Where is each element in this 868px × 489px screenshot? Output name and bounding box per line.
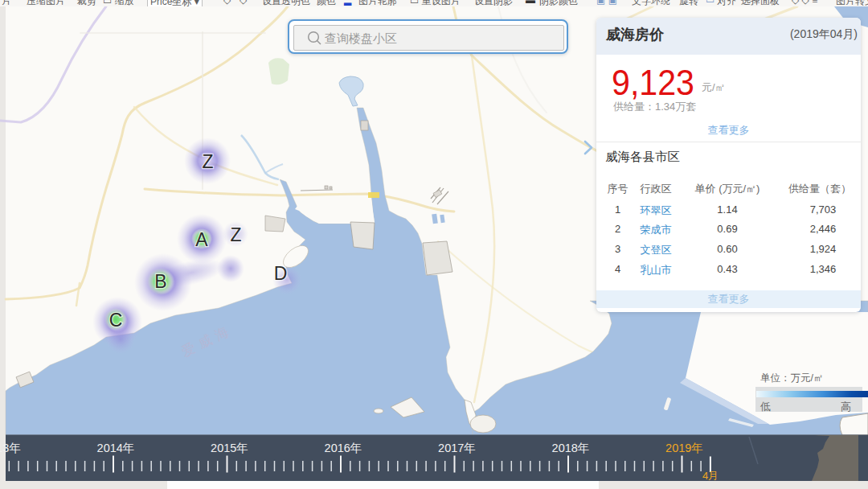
svg-text:Z: Z [202,151,213,172]
svg-text:Z: Z [230,224,241,245]
svg-text:2013年: 2013年 [0,442,21,454]
svg-text:2016年: 2016年 [325,442,362,454]
svg-text:4月: 4月 [702,470,719,482]
svg-text:2014年: 2014年 [97,442,135,454]
svg-text:B: B [154,271,166,292]
svg-text:D: D [274,263,288,284]
svg-text:2017年: 2017年 [438,442,476,454]
svg-text:2019年: 2019年 [665,442,703,454]
svg-text:2015年: 2015年 [211,442,248,454]
svg-text:C: C [109,310,123,331]
svg-text:2018年: 2018年 [552,442,590,454]
svg-text:A: A [195,229,208,250]
